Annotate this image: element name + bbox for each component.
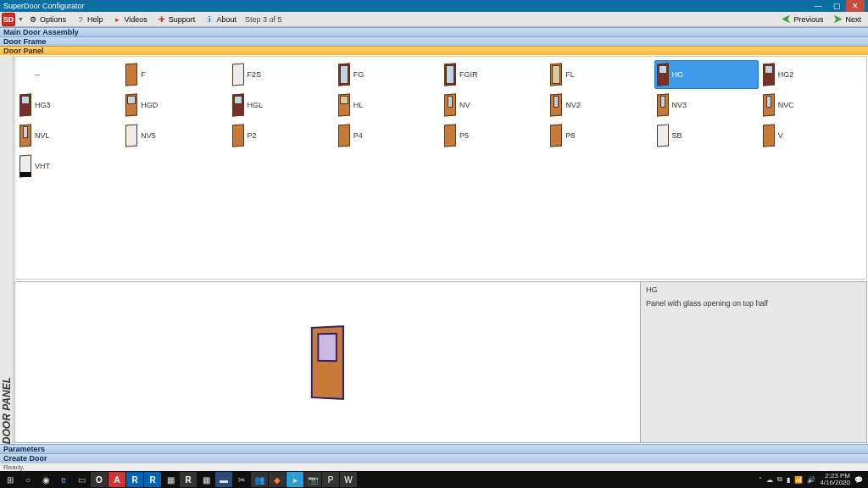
- door-preview-icon: [310, 326, 344, 399]
- next-button[interactable]: ⮞ Next: [828, 14, 866, 25]
- taskbar-teams[interactable]: 👥: [251, 472, 268, 487]
- minimize-button[interactable]: —: [809, 0, 827, 12]
- main-panel: -- F F2S FG FGIR FL HG: [14, 55, 868, 444]
- taskbar: ⊞ ○ ◉ e ▭ O A R R ▦ R ▦ ▬ ✂ 👥 ◆ ▸ 📷 P W …: [0, 471, 868, 488]
- taskbar-clock[interactable]: 2:23 PM 4/16/2020: [820, 473, 850, 486]
- panel-item-nv5[interactable]: NV5: [123, 121, 227, 150]
- status-bar: Ready.: [0, 463, 868, 471]
- status-text: Ready.: [3, 463, 25, 471]
- panel-item-nvc[interactable]: NVC: [760, 91, 865, 119]
- about-label: About: [216, 15, 236, 24]
- taskbar-app-1[interactable]: ▦: [162, 472, 179, 487]
- panel-item-p5[interactable]: P5: [442, 121, 546, 150]
- taskbar-snip[interactable]: ✂: [233, 472, 250, 487]
- side-label: DOOR PANEL: [0, 55, 14, 444]
- taskbar-search[interactable]: ○: [19, 472, 36, 487]
- section-main-assembly[interactable]: Main Door Assembly: [0, 27, 868, 36]
- info-icon: i: [205, 15, 214, 24]
- taskbar-camera[interactable]: 📷: [304, 472, 321, 487]
- taskbar-powerpoint[interactable]: P: [322, 472, 339, 487]
- panel-item-hg3[interactable]: HG3: [17, 91, 121, 119]
- tray-dropbox-icon[interactable]: ⧉: [777, 475, 782, 484]
- panel-item-v[interactable]: V: [760, 121, 865, 150]
- panel-item-fl[interactable]: FL: [548, 60, 652, 89]
- panel-item-nv2[interactable]: NV2: [548, 91, 652, 119]
- options-button[interactable]: ⚙ Options: [24, 13, 71, 26]
- taskbar-app-3[interactable]: ▬: [215, 472, 232, 487]
- taskbar-word[interactable]: W: [340, 472, 357, 487]
- system-tray[interactable]: ˄ ☁ ⧉ ▮ 📶 🔊 2:23 PM 4/16/2020 💬: [759, 473, 866, 486]
- info-description: Panel with glass opening on top half: [646, 299, 861, 308]
- panel-item-sb[interactable]: SB: [654, 121, 759, 150]
- taskbar-revit-2[interactable]: R: [144, 472, 161, 487]
- help-label: Help: [87, 15, 103, 24]
- arrow-right-icon: ⮞: [833, 14, 843, 25]
- step-indicator: Step 3 of 5: [245, 15, 282, 24]
- panel-item-f[interactable]: F: [123, 60, 227, 89]
- work-area: DOOR PANEL -- F F2S FG FGIR: [0, 55, 868, 444]
- start-button[interactable]: ⊞: [2, 472, 19, 487]
- panel-item-hgd[interactable]: HGD: [123, 91, 227, 119]
- panel-item-p4[interactable]: P4: [336, 121, 440, 150]
- section-door-frame[interactable]: Door Frame: [0, 36, 868, 46]
- taskbar-outlook[interactable]: O: [91, 472, 108, 487]
- tray-chevron-up-icon[interactable]: ˄: [759, 476, 762, 484]
- panel-item-hg[interactable]: HG: [654, 60, 759, 89]
- section-door-panel[interactable]: Door Panel: [0, 46, 868, 55]
- taskbar-app-5[interactable]: ▸: [287, 472, 303, 487]
- panel-item-f2s[interactable]: F2S: [230, 60, 334, 89]
- maximize-button[interactable]: ▢: [827, 0, 846, 12]
- panel-grid: -- F F2S FG FGIR FL HG: [14, 56, 867, 280]
- panel-item-fgir[interactable]: FGIR: [442, 60, 546, 89]
- panel-item-nvl[interactable]: NVL: [17, 121, 121, 150]
- support-icon: ✚: [158, 15, 166, 24]
- panel-item-vht[interactable]: VHT: [17, 152, 121, 180]
- videos-button[interactable]: ▸ Videos: [108, 13, 152, 26]
- tray-onedrive-icon[interactable]: ☁: [766, 476, 773, 484]
- info-pane: HG Panel with glass opening on top half: [641, 281, 867, 443]
- panel-item-nv3[interactable]: NV3: [654, 91, 759, 119]
- panel-item-none[interactable]: --: [17, 60, 121, 89]
- panel-item-p2[interactable]: P2: [230, 121, 334, 150]
- taskbar-revit-1[interactable]: R: [126, 472, 143, 487]
- taskbar-chrome[interactable]: ◉: [37, 472, 54, 487]
- taskbar-app-4[interactable]: ◆: [269, 472, 286, 487]
- tray-notifications-icon[interactable]: 💬: [854, 476, 863, 484]
- panel-item-hl[interactable]: HL: [336, 91, 440, 119]
- section-parameters[interactable]: Parameters: [0, 444, 868, 453]
- tray-volume-icon[interactable]: 🔊: [807, 476, 815, 484]
- window-controls: — ▢ ✕: [809, 0, 865, 12]
- help-icon: ?: [76, 15, 85, 24]
- taskbar-revit-3[interactable]: R: [180, 472, 197, 487]
- support-label: Support: [169, 15, 196, 24]
- support-button[interactable]: ✚ Support: [153, 13, 201, 26]
- previous-label: Previous: [793, 15, 823, 24]
- arrow-left-icon: ⮜: [782, 14, 791, 25]
- taskbar-edge[interactable]: e: [55, 472, 72, 487]
- chevron-down-icon[interactable]: ▼: [18, 16, 24, 22]
- clock-date: 4/16/2020: [820, 480, 850, 486]
- panel-item-hg2[interactable]: HG2: [760, 60, 865, 89]
- next-label: Next: [845, 15, 861, 24]
- taskbar-app-2[interactable]: ▦: [198, 472, 214, 487]
- about-button[interactable]: i About: [200, 13, 242, 26]
- help-button[interactable]: ? Help: [71, 13, 108, 26]
- title-bar: SuperDoor Configurator — ▢ ✕: [0, 0, 868, 12]
- taskbar-explorer[interactable]: ▭: [73, 472, 90, 487]
- close-button[interactable]: ✕: [846, 0, 865, 12]
- preview-row: HG Panel with glass opening on top half: [14, 281, 867, 443]
- panel-item-nv[interactable]: NV: [442, 91, 546, 119]
- previous-button[interactable]: ⮜ Previous: [776, 14, 828, 25]
- app-menu-button[interactable]: SD: [2, 13, 15, 26]
- panel-item-p8[interactable]: P8: [548, 121, 652, 150]
- tray-battery-icon[interactable]: ▮: [787, 476, 790, 484]
- app-icon: SD: [3, 15, 14, 24]
- window-title: SuperDoor Configurator: [3, 2, 809, 10]
- tray-wifi-icon[interactable]: 📶: [794, 476, 803, 484]
- panel-item-fg[interactable]: FG: [336, 60, 440, 89]
- taskbar-autocad[interactable]: A: [108, 472, 125, 487]
- video-icon: ▸: [113, 15, 121, 24]
- gear-icon: ⚙: [29, 15, 37, 24]
- section-create-door[interactable]: Create Door: [0, 453, 868, 463]
- panel-item-hgl[interactable]: HGL: [230, 91, 334, 119]
